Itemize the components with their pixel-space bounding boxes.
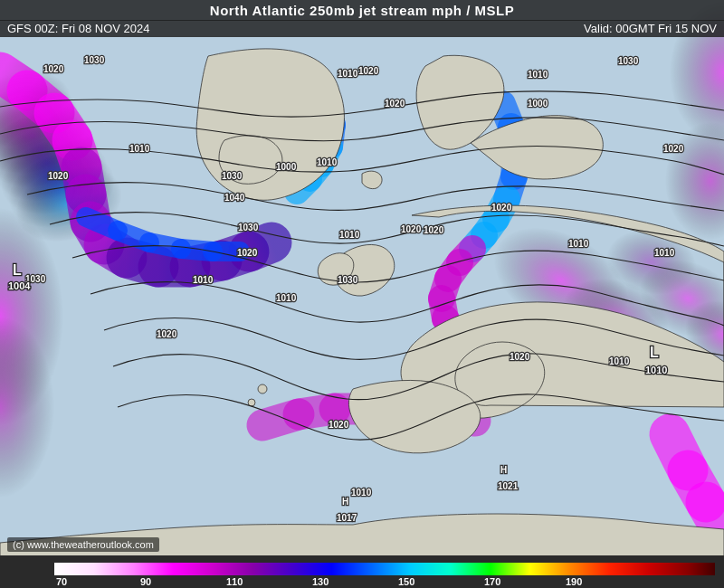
svg-text:1020: 1020 [237,248,258,258]
svg-text:1010: 1010 [193,275,214,285]
svg-text:1000: 1000 [528,99,548,109]
svg-text:1020: 1020 [358,66,379,76]
map-subtitle: GFS 00Z: Fri 08 NOV 2024 Valid: 00GMT Fr… [0,20,724,37]
svg-text:1040: 1040 [224,193,245,203]
svg-text:1020: 1020 [48,171,69,181]
svg-text:H: H [500,465,507,475]
scale-label-190: 190 [566,576,582,587]
scale-label-150: 150 [398,576,414,587]
svg-text:1000: 1000 [276,162,297,172]
scale-label-130: 130 [312,576,329,587]
gradient-bar [54,563,715,575]
svg-text:1020: 1020 [510,352,530,362]
svg-point-0 [258,384,267,394]
scale-label-110: 110 [226,576,243,587]
svg-text:1021: 1021 [498,481,519,491]
svg-text:1030: 1030 [84,55,105,65]
svg-text:1020: 1020 [157,329,177,339]
map-title: North Atlantic 250mb jet stream mph / MS… [0,0,724,21]
svg-text:1020: 1020 [491,203,512,213]
scale-label-90: 90 [140,576,151,587]
subtitle-left: GFS 00Z: Fri 08 NOV 2024 [7,22,150,35]
svg-text:1010: 1010 [568,239,589,249]
svg-text:1010: 1010 [645,365,667,375]
svg-text:1004: 1004 [8,280,31,291]
svg-text:H: H [342,497,348,507]
copyright-text: (c) www.theweatheroutlook.com [7,537,159,552]
svg-text:1030: 1030 [338,275,358,285]
svg-text:1020: 1020 [663,144,684,154]
svg-text:L: L [650,345,659,360]
svg-text:1010: 1010 [351,488,372,498]
svg-text:1010: 1010 [276,293,297,303]
subtitle-right: Valid: 00GMT Fri 15 NOV [584,22,717,35]
svg-text:L: L [13,262,22,278]
svg-text:1030: 1030 [238,223,259,232]
color-scale-bar: 70 90 110 130 150 170 190 [0,555,724,588]
svg-text:1010: 1010 [654,248,675,258]
svg-text:1010: 1010 [609,356,630,366]
svg-text:1020: 1020 [329,420,349,430]
map-svg: 1020 1030 1010 1020 1030 1020 1010 1030 … [0,0,724,588]
svg-text:1010: 1010 [129,144,150,154]
svg-text:1017: 1017 [337,513,357,523]
svg-text:1030: 1030 [618,56,639,66]
scale-label-170: 170 [484,576,500,587]
map-container: 1020 1030 1010 1020 1030 1020 1010 1030 … [0,0,724,588]
svg-text:1020: 1020 [401,224,422,234]
title-text: North Atlantic 250mb jet stream mph / MS… [210,3,514,18]
svg-text:1010: 1010 [339,230,360,240]
svg-text:1010: 1010 [528,70,548,80]
scale-label-70: 70 [56,576,67,587]
svg-text:1020: 1020 [43,64,64,74]
svg-text:1010: 1010 [338,69,358,79]
svg-text:1030: 1030 [222,171,243,181]
svg-text:1010: 1010 [317,157,338,167]
svg-text:1020: 1020 [385,99,405,109]
svg-text:1020: 1020 [424,225,444,235]
